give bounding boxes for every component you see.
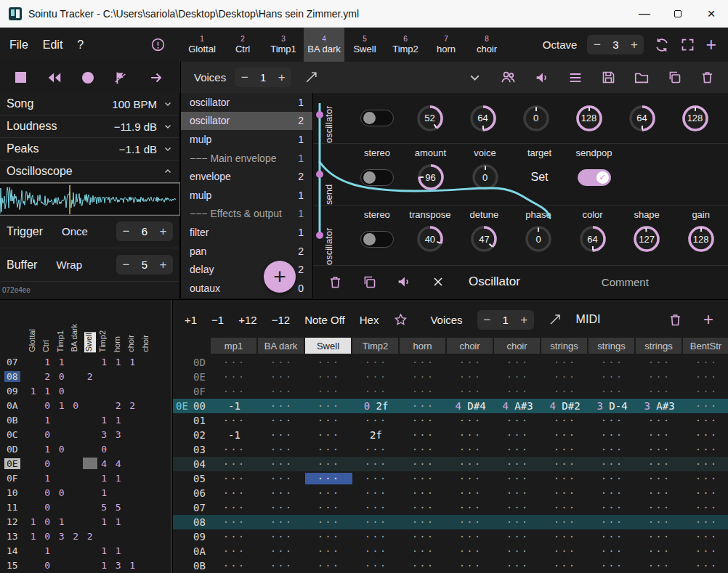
pattern-cell[interactable]: ···	[258, 386, 305, 397]
order-cell[interactable]: 1	[126, 560, 140, 571]
pattern-cell[interactable]: ···	[636, 444, 683, 455]
order-cell[interactable]: 5	[97, 502, 112, 513]
pattern-cell[interactable]: ···	[541, 458, 589, 470]
octave-increment-button[interactable]: +	[624, 35, 644, 54]
pattern-cell[interactable]: ···	[541, 429, 589, 441]
pattern-cell[interactable]: ···	[352, 502, 400, 513]
order-cell[interactable]: 0	[41, 487, 55, 498]
menu-help[interactable]: ?	[77, 38, 84, 52]
order-cell[interactable]: 0	[41, 516, 55, 527]
pattern-cell[interactable]: ···	[305, 386, 352, 397]
order-cell[interactable]: 2	[41, 371, 55, 382]
pattern-cell[interactable]: ···	[305, 415, 352, 426]
pattern-cell[interactable]: ···	[352, 386, 400, 397]
pattern-cell[interactable]: ···	[447, 545, 494, 557]
pattern-cell[interactable]: 0 2f	[352, 400, 400, 412]
order-row-number[interactable]: 14	[0, 545, 26, 556]
warning-icon[interactable]	[150, 37, 166, 52]
order-row-number[interactable]: 12	[0, 516, 26, 527]
toggle-switch[interactable]: ✓	[578, 169, 611, 186]
pattern-cell[interactable]: ···	[258, 458, 305, 470]
pattern-cell[interactable]: ···	[352, 545, 400, 557]
pattern-cell[interactable]: ···	[400, 502, 447, 513]
knob[interactable]: 47	[468, 223, 500, 255]
pattern-cell[interactable]: ···	[494, 473, 541, 484]
pattern-cell[interactable]: 3 A#3	[636, 400, 683, 412]
pattern-cell[interactable]: ···	[636, 545, 683, 557]
order-cell[interactable]: 0	[54, 444, 69, 455]
chevron-up-icon[interactable]	[163, 166, 173, 176]
collapse-chevron-button[interactable]	[467, 70, 482, 85]
close-button[interactable]: ×	[695, 0, 728, 27]
order-cell[interactable]	[83, 458, 97, 469]
pattern-cell[interactable]: -1	[211, 400, 258, 412]
pattern-cell[interactable]: ···	[683, 371, 728, 383]
pattern-track-header-timp2[interactable]: Timp2	[352, 338, 400, 354]
order-cell[interactable]: 4	[111, 458, 126, 469]
order-cell[interactable]: 1	[97, 415, 112, 426]
knob[interactable]: 64	[467, 102, 499, 134]
pattern-cell[interactable]: ···	[352, 473, 400, 484]
order-cell[interactable]: 1	[97, 516, 112, 527]
order-cell[interactable]: 0	[41, 560, 55, 571]
order-cell[interactable]: 1	[97, 473, 112, 484]
chevron-down-icon[interactable]	[163, 121, 173, 131]
order-cell[interactable]: 1	[41, 415, 55, 426]
pattern-cell[interactable]: ···	[541, 487, 589, 499]
pattern-cell[interactable]: ···	[541, 560, 589, 572]
pattern-cell[interactable]: ···	[211, 545, 258, 557]
pattern-cell[interactable]: ···	[683, 531, 728, 542]
pattern-cell[interactable]: ···	[211, 458, 258, 470]
unit-oscillator[interactable]: oscillatorstereotranspose40detune47phase…	[313, 206, 728, 266]
pattern-cell[interactable]: ···	[258, 560, 305, 572]
knob[interactable]: 128	[573, 102, 605, 134]
pattern-cell[interactable]: ···	[352, 487, 400, 499]
pattern-cell[interactable]: ···	[541, 531, 589, 542]
save-button[interactable]	[601, 70, 616, 85]
pattern-cell[interactable]: ···	[400, 487, 447, 499]
pattern-cell[interactable]: ···	[400, 473, 447, 484]
knob[interactable]: 128	[685, 223, 717, 255]
pattern-cell[interactable]: ···	[589, 357, 636, 368]
pattern-cell[interactable]: ···	[305, 429, 352, 441]
pattern-track-header-ba-dark[interactable]: BA dark	[258, 338, 305, 354]
order-cell[interactable]: 1	[111, 545, 126, 556]
pattern-cell[interactable]: ···	[494, 371, 541, 383]
chevron-down-icon[interactable]	[163, 99, 173, 109]
order-column-horn[interactable]: horn	[113, 336, 124, 352]
buffer-mode-button[interactable]: Wrap	[56, 259, 82, 271]
transpose-plus12-button[interactable]: +12	[238, 314, 256, 326]
pattern-cell[interactable]: ···	[636, 415, 683, 426]
song-track-tab-timp1[interactable]: 3Timp1	[263, 28, 304, 62]
pattern-cell[interactable]: ···	[447, 516, 494, 528]
hex-toggle[interactable]: Hex	[360, 314, 379, 326]
pattern-cell[interactable]: ···	[541, 371, 589, 383]
order-row-number[interactable]: 08	[0, 371, 26, 382]
pattern-cell[interactable]: ···	[636, 531, 683, 542]
pattern-track-header-horn[interactable]: horn	[400, 338, 447, 354]
pattern-cell[interactable]: ···	[400, 415, 447, 426]
order-cell[interactable]: 2	[126, 400, 140, 411]
pattern-cell[interactable]: ···	[636, 386, 683, 397]
order-cell[interactable]: 3	[54, 531, 69, 542]
target-set-button[interactable]: Set	[530, 171, 548, 184]
unit-oscillator[interactable]: oscillator5264012864128	[313, 93, 728, 144]
knob[interactable]: 127	[631, 223, 663, 255]
favorite-star-button[interactable]	[393, 312, 408, 328]
order-row-number[interactable]: 0C	[0, 429, 26, 440]
order-cell[interactable]: 0	[41, 429, 55, 440]
pattern-cell[interactable]: ···	[447, 487, 494, 499]
order-cell[interactable]: 1	[126, 357, 140, 367]
sync-button[interactable]	[654, 37, 670, 53]
pattern-cell[interactable]: ···	[447, 371, 494, 383]
order-cell[interactable]: 3	[111, 560, 126, 571]
pattern-cell[interactable]: ···	[636, 473, 683, 484]
pattern-cell[interactable]: ···	[258, 371, 305, 383]
order-row-number[interactable]: 0A	[0, 400, 26, 411]
order-column-ba-dark[interactable]: BA dark	[70, 324, 81, 352]
pattern-cell[interactable]: ···	[400, 400, 447, 412]
pattern-cell[interactable]: ···	[683, 386, 728, 397]
order-column-ctrl[interactable]: Ctrl	[41, 340, 53, 352]
pattern-cell[interactable]: ···	[305, 502, 352, 513]
song-track-tab-glottal[interactable]: 1Glottal	[182, 28, 222, 62]
